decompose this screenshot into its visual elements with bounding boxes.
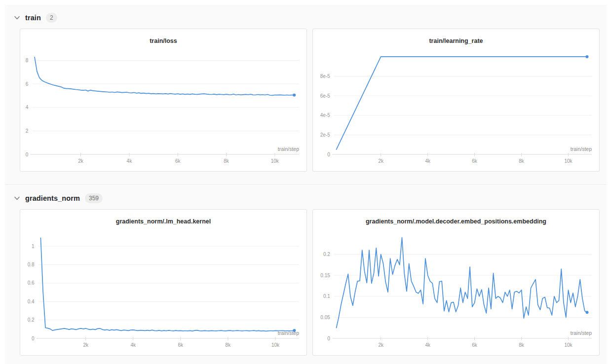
svg-text:1: 1 <box>32 244 35 249</box>
chart-plot-area[interactable]: 2k4k6k8k10k00.20.40.60.81train/step <box>20 229 306 355</box>
section-train: train 2 train/loss 2k4k6k8k10k02468train… <box>5 5 607 185</box>
chart-plot-area[interactable]: 2k4k6k8k10k00.050.10.150.2train/step <box>313 229 599 355</box>
svg-text:train/step: train/step <box>278 146 299 152</box>
svg-text:4k: 4k <box>425 342 431 348</box>
section-count-badge: 2 <box>46 13 57 23</box>
svg-text:10k: 10k <box>564 158 572 164</box>
svg-text:2: 2 <box>26 128 29 134</box>
svg-text:4e-5: 4e-5 <box>320 112 330 118</box>
svg-text:2k: 2k <box>378 342 384 348</box>
section-gradients-norm-header[interactable]: gradients_norm 359 <box>5 185 607 209</box>
svg-text:0.15: 0.15 <box>320 273 330 278</box>
svg-text:0: 0 <box>327 152 330 157</box>
svg-text:6k: 6k <box>175 158 181 164</box>
chevron-down-icon[interactable] <box>14 15 20 20</box>
svg-text:8: 8 <box>26 58 29 63</box>
svg-text:6k: 6k <box>178 342 184 348</box>
chart-plot-area[interactable]: 2k4k6k8k10k02e-54e-56e-58e-5train/step <box>313 49 599 171</box>
svg-text:4k: 4k <box>127 158 133 164</box>
svg-text:4k: 4k <box>425 158 431 164</box>
svg-text:10k: 10k <box>271 342 280 348</box>
chart-panel-train-learning-rate[interactable]: train/learning_rate 2k4k6k8k10k02e-54e-5… <box>312 29 600 172</box>
svg-text:10k: 10k <box>271 158 279 164</box>
chart-title: gradients_norm/.model.decoder.embed_posi… <box>313 210 599 229</box>
svg-text:0.6: 0.6 <box>28 280 35 286</box>
svg-text:0.2: 0.2 <box>323 252 330 257</box>
svg-text:6k: 6k <box>472 158 478 164</box>
svg-text:6k: 6k <box>472 342 478 348</box>
svg-text:2k: 2k <box>378 158 384 164</box>
chart-title: train/loss <box>20 29 306 49</box>
svg-text:4: 4 <box>26 105 29 110</box>
svg-text:8k: 8k <box>226 342 231 348</box>
svg-text:2k: 2k <box>78 158 84 164</box>
svg-text:8k: 8k <box>224 158 229 164</box>
section-title: gradients_norm <box>25 194 80 202</box>
svg-text:0.05: 0.05 <box>320 315 330 320</box>
svg-text:0: 0 <box>32 336 35 341</box>
svg-text:0.1: 0.1 <box>323 293 330 299</box>
chevron-down-icon[interactable] <box>14 196 20 201</box>
svg-text:8k: 8k <box>519 158 525 164</box>
charts-row: gradients_norm/.lm_head.kernel 2k4k6k8k1… <box>5 209 607 356</box>
section-count-badge: 359 <box>85 193 103 203</box>
svg-text:8k: 8k <box>519 342 525 348</box>
svg-text:2e-5: 2e-5 <box>320 132 330 138</box>
chart-panel-embed-positions-embedding[interactable]: gradients_norm/.model.decoder.embed_posi… <box>312 209 600 356</box>
svg-text:10k: 10k <box>564 342 572 348</box>
chart-panel-lm-head-kernel[interactable]: gradients_norm/.lm_head.kernel 2k4k6k8k1… <box>20 209 307 356</box>
section-train-header[interactable]: train 2 <box>5 5 607 29</box>
svg-text:0: 0 <box>327 336 330 341</box>
section-title: train <box>25 14 41 22</box>
svg-text:0: 0 <box>26 152 29 157</box>
svg-text:6: 6 <box>26 81 29 87</box>
svg-text:0.4: 0.4 <box>28 299 35 304</box>
svg-text:8e-5: 8e-5 <box>320 73 330 79</box>
svg-text:0.8: 0.8 <box>28 262 35 267</box>
chart-title: gradients_norm/.lm_head.kernel <box>20 210 306 229</box>
svg-text:train/step: train/step <box>571 146 592 152</box>
section-gradients-norm: gradients_norm 359 gradients_norm/.lm_he… <box>5 185 607 364</box>
chart-plot-area[interactable]: 2k4k6k8k10k02468train/step <box>20 49 306 171</box>
svg-text:6e-5: 6e-5 <box>320 93 330 99</box>
svg-text:0.2: 0.2 <box>28 317 35 323</box>
chart-title: train/learning_rate <box>313 29 599 49</box>
chart-panel-train-loss[interactable]: train/loss 2k4k6k8k10k02468train/step <box>20 29 307 172</box>
svg-text:train/step: train/step <box>571 330 592 336</box>
svg-text:2k: 2k <box>83 342 89 348</box>
charts-row: train/loss 2k4k6k8k10k02468train/step tr… <box>5 29 607 172</box>
svg-text:4k: 4k <box>130 342 136 348</box>
